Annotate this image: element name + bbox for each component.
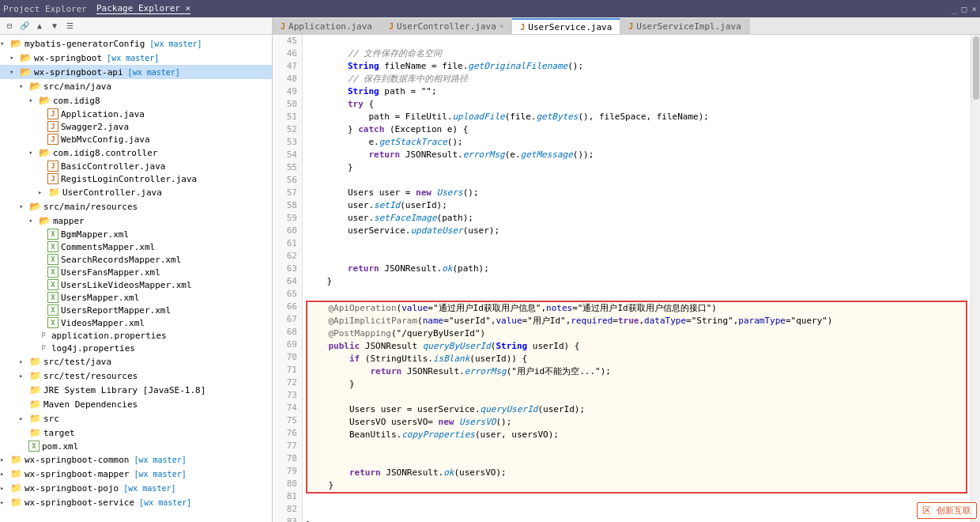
code-line bbox=[307, 441, 966, 454]
tree-item[interactable]: XCommentsMapper.xml bbox=[0, 240, 272, 253]
tree-item[interactable]: XVideosMapper.xml bbox=[0, 316, 272, 329]
tree-toggle-icon[interactable]: ▾ bbox=[28, 217, 38, 225]
tab-userservice[interactable]: J UserService.java bbox=[512, 18, 620, 34]
folder-icon: 📁 bbox=[28, 412, 41, 425]
line-number: 62 bbox=[273, 250, 302, 263]
tree-item[interactable]: ▾📂com.idig8.controller bbox=[0, 146, 272, 160]
folder-icon: 📁 bbox=[47, 186, 60, 199]
tree-toggle-icon[interactable]: ▾ bbox=[28, 96, 38, 104]
tab-userserviceimpl[interactable]: J UserServiceImpl.java bbox=[620, 18, 749, 34]
tree-item[interactable]: Papplication.properties bbox=[0, 329, 272, 342]
tree-toggle-icon[interactable]: ▾ bbox=[9, 54, 19, 62]
tree-item-label: SearchRecordsMapper.xml bbox=[61, 255, 181, 265]
line-number: 73 bbox=[273, 389, 302, 402]
tree-toggle-icon[interactable]: ▸ bbox=[38, 188, 47, 196]
xml-file-icon: X bbox=[47, 304, 58, 316]
tree-toggle-icon[interactable]: ▸ bbox=[19, 414, 28, 422]
xml-file-icon: X bbox=[28, 441, 40, 452]
tree-item[interactable]: ▸📁wx-springboot-service [wx master] bbox=[0, 495, 272, 509]
tree-item[interactable]: XBgmMapper.xml bbox=[0, 228, 272, 240]
tree-item-label: src/test/resources bbox=[43, 371, 138, 381]
right-scrollbar[interactable] bbox=[971, 35, 980, 522]
tab-usercontroller[interactable]: J UserController.java × bbox=[381, 18, 512, 34]
tree-item[interactable]: ▸📁src bbox=[0, 411, 272, 426]
tree-item[interactable]: ▾📂mybatis-generatorConfig [wx master] bbox=[0, 36, 272, 51]
tree-item[interactable]: ▾📂mapper bbox=[0, 214, 272, 228]
collapse-icon[interactable]: ⊟ bbox=[3, 20, 16, 32]
menu-icon[interactable]: ☰ bbox=[63, 20, 76, 32]
line-number: 82 bbox=[273, 503, 302, 516]
tab-label: UserService.java bbox=[528, 22, 612, 32]
minimize-btn[interactable]: _ bbox=[952, 4, 957, 14]
tree-item[interactable]: 📁JRE System Library [JavaSE-1.8] bbox=[0, 383, 272, 397]
tree-item[interactable]: XSearchRecordsMapper.xml bbox=[0, 253, 272, 266]
tree-item-label: VideosMapper.xml bbox=[61, 318, 145, 328]
code-line: return JSONResult.errorMsg(e.getMessage(… bbox=[306, 149, 967, 161]
tree-item[interactable]: ▸📁src/test/resources bbox=[0, 369, 272, 383]
tree-item[interactable]: ▸📁wx-springboot-mapper [wx master] bbox=[0, 467, 272, 481]
tree-item[interactable]: ▾📂wx-springboot [wx master] bbox=[0, 51, 272, 65]
tree-item[interactable]: XUsersReportMapper.xml bbox=[0, 304, 272, 316]
code-line: String fileName = file.getOriginalFilena… bbox=[306, 60, 967, 73]
code-line: } catch (Exception e) { bbox=[306, 123, 967, 136]
code-content[interactable]: // 文件保存的命名空间 String fileName = file.getO… bbox=[303, 35, 971, 522]
tree-item-label: UsersLikeVideosMapper.xml bbox=[61, 280, 192, 290]
maximize-btn[interactable]: □ bbox=[962, 4, 967, 14]
tree-toggle-icon[interactable]: ▾ bbox=[19, 202, 28, 210]
tree-item[interactable]: JSwagger2.java bbox=[0, 120, 272, 133]
tree-toggle-icon[interactable]: ▾ bbox=[28, 149, 38, 157]
tab-application[interactable]: J Application.java bbox=[273, 18, 381, 34]
tree-item[interactable]: 📁target bbox=[0, 426, 272, 440]
tree-item[interactable]: XUsersLikeVideosMapper.xml bbox=[0, 278, 272, 291]
line-number: 65 bbox=[273, 288, 302, 301]
props-file-icon: P bbox=[38, 330, 49, 341]
link-icon[interactable]: 🔗 bbox=[18, 20, 31, 32]
tree-item[interactable]: ▸📁src/test/java bbox=[0, 354, 272, 369]
tree-toggle-icon[interactable]: ▸ bbox=[0, 456, 9, 463]
tree-item[interactable]: ▾📂src/main/resources bbox=[0, 199, 272, 214]
tree-item[interactable]: Xpom.xml bbox=[0, 440, 272, 452]
tree-toggle-icon[interactable]: ▾ bbox=[19, 82, 28, 90]
tree-toggle-icon[interactable]: ▸ bbox=[19, 357, 28, 365]
tree-item-badge: [wx master] bbox=[129, 470, 186, 478]
tree-item-label: Swagger2.java bbox=[61, 122, 129, 132]
tree-item[interactable]: ▾📂com.idig8 bbox=[0, 93, 272, 108]
tree-item[interactable]: 📁Maven Dependencies bbox=[0, 397, 272, 411]
tree-toggle-icon[interactable]: ▸ bbox=[0, 498, 9, 506]
tree-item[interactable]: JBasicController.java bbox=[0, 160, 272, 172]
code-line: Users user = new Users(); bbox=[306, 187, 967, 199]
tree-item-label: application.properties bbox=[51, 331, 167, 341]
tree-toggle-icon[interactable]: ▸ bbox=[19, 372, 28, 380]
code-line: @PostMapping("/queryByUserId") bbox=[307, 327, 966, 340]
line-number: 78 bbox=[273, 452, 302, 465]
tab-close-icon[interactable]: × bbox=[499, 22, 503, 30]
java-file-icon: J bbox=[47, 173, 58, 184]
tree-item[interactable]: JRegistLoginController.java bbox=[0, 172, 272, 185]
tree-item[interactable]: ▸📁wx-springboot-pojo [wx master] bbox=[0, 481, 272, 495]
close-btn[interactable]: × bbox=[971, 4, 977, 14]
arrow-down-icon[interactable]: ▼ bbox=[48, 20, 61, 32]
tree-item[interactable]: XUsersFansMapper.xml bbox=[0, 266, 272, 278]
line-number: 50 bbox=[273, 98, 302, 111]
tree-toggle-icon[interactable]: ▸ bbox=[0, 484, 9, 492]
tab-icon: J bbox=[281, 22, 285, 31]
tree-item[interactable]: ▾📂wx-springboot-api [wx master] bbox=[0, 65, 272, 79]
package-explorer-tab[interactable]: Package Explorer × bbox=[96, 3, 190, 14]
tree-item[interactable]: JWebMvcConfig.java bbox=[0, 133, 272, 146]
tree-toggle-icon[interactable]: ▸ bbox=[0, 470, 9, 478]
tree-item[interactable]: Plog4j.properties bbox=[0, 342, 272, 354]
tree-item[interactable]: JApplication.java bbox=[0, 108, 272, 120]
code-line: UsersVO usersVO= new UsersVO(); bbox=[307, 416, 966, 429]
project-explorer-tab[interactable]: Project Explorer bbox=[3, 4, 87, 14]
tree-item[interactable]: XUsersMapper.xml bbox=[0, 291, 272, 304]
line-number: 64 bbox=[273, 275, 302, 288]
tree-item[interactable]: ▸📁UserController.java bbox=[0, 185, 272, 199]
tree-item[interactable]: ▸📁wx-springboot-common [wx master] bbox=[0, 452, 272, 467]
tree-toggle-icon[interactable]: ▾ bbox=[9, 68, 19, 76]
arrow-up-icon[interactable]: ▲ bbox=[33, 20, 46, 32]
tree-item[interactable]: ▾📂src/main/java bbox=[0, 79, 272, 93]
tree-item-label: UserController.java bbox=[62, 187, 162, 198]
tree-item-label: wx-springboot-pojo [wx master] bbox=[24, 483, 175, 494]
code-line: userService.updateUser(user); bbox=[306, 225, 967, 237]
tree-toggle-icon[interactable]: ▾ bbox=[0, 40, 9, 47]
